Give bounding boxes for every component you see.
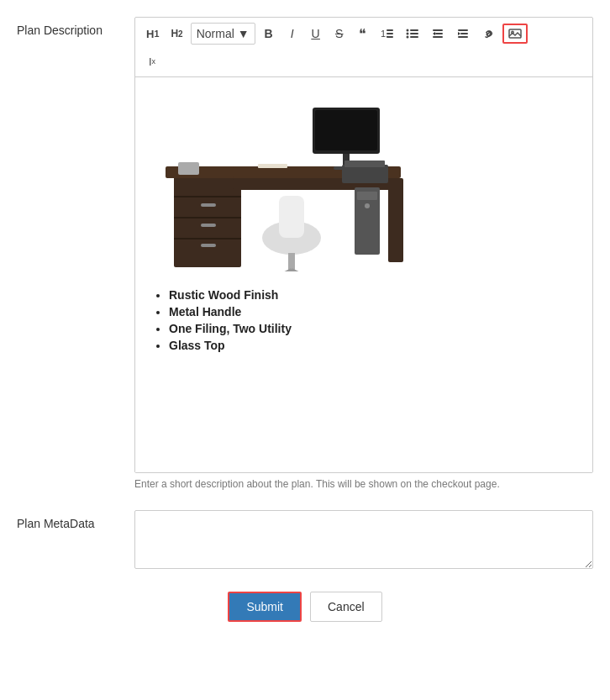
italic-button[interactable]: I — [282, 24, 302, 44]
svg-rect-20 — [174, 175, 241, 267]
svg-rect-38 — [342, 165, 388, 183]
svg-rect-2 — [387, 33, 393, 34]
h1-button[interactable]: H1 — [142, 24, 163, 44]
svg-line-43 — [266, 270, 292, 271]
svg-line-44 — [292, 270, 317, 271]
form-buttons: Submit Cancel — [17, 592, 593, 622]
svg-rect-21 — [174, 196, 241, 197]
desk-image-area — [149, 91, 579, 271]
svg-marker-17 — [458, 32, 460, 35]
svg-rect-26 — [201, 244, 216, 247]
svg-rect-22 — [174, 217, 241, 218]
ordered-list-button[interactable]: 1. — [376, 24, 398, 44]
svg-rect-51 — [178, 162, 199, 175]
svg-rect-39 — [344, 161, 385, 167]
svg-point-6 — [406, 36, 408, 39]
svg-rect-52 — [258, 164, 287, 168]
editor-body[interactable]: Rustic Wood Finish Metal Handle One Fili… — [135, 77, 592, 472]
svg-rect-41 — [279, 196, 304, 238]
list-item-2: Metal Handle — [169, 305, 579, 318]
svg-rect-35 — [315, 110, 377, 150]
svg-rect-29 — [388, 178, 403, 262]
svg-rect-42 — [288, 253, 295, 270]
rich-text-editor: H1 H2 Normal ▼ B I U S ❝ 1. — [134, 17, 593, 473]
svg-rect-9 — [410, 36, 418, 38]
svg-rect-24 — [201, 203, 216, 207]
svg-rect-3 — [387, 36, 393, 38]
list-item-1: Rustic Wood Finish — [169, 288, 579, 302]
metal-handle-text: Metal Handle — [169, 305, 241, 318]
svg-rect-10 — [433, 29, 443, 31]
svg-rect-12 — [433, 36, 443, 38]
svg-point-4 — [406, 29, 408, 32]
link-button[interactable] — [477, 24, 499, 44]
svg-rect-8 — [410, 33, 418, 34]
indent-decrease-button[interactable] — [427, 24, 449, 44]
indent-increase-button[interactable] — [452, 24, 474, 44]
cancel-button[interactable]: Cancel — [310, 592, 382, 622]
svg-point-5 — [406, 33, 408, 35]
plan-metadata-row: Plan MetaData — [17, 510, 593, 571]
svg-rect-25 — [201, 224, 216, 227]
metadata-textarea[interactable] — [134, 510, 593, 569]
plan-description-label: Plan Description — [17, 17, 134, 37]
helper-text: Enter a short description about the plan… — [134, 478, 593, 490]
svg-rect-16 — [458, 36, 468, 38]
svg-rect-7 — [410, 29, 418, 31]
editor-toolbar: H1 H2 Normal ▼ B I U S ❝ 1. — [135, 18, 592, 77]
plan-description-content: H1 H2 Normal ▼ B I U S ❝ 1. — [134, 17, 593, 490]
svg-marker-13 — [433, 32, 435, 35]
bold-button[interactable]: B — [259, 24, 279, 44]
svg-rect-11 — [435, 33, 443, 34]
format-label: Normal — [197, 27, 234, 40]
blockquote-button[interactable]: ❝ — [353, 24, 373, 44]
svg-rect-15 — [460, 33, 468, 34]
list-item-4: Glass Top — [169, 339, 579, 352]
plan-metadata-content — [134, 510, 593, 571]
plan-description-row: Plan Description H1 H2 Normal ▼ B I U S … — [17, 17, 593, 490]
h2-button[interactable]: H2 — [166, 24, 187, 44]
unordered-list-button[interactable] — [402, 24, 423, 44]
image-button[interactable] — [502, 24, 528, 44]
svg-rect-23 — [174, 238, 241, 239]
format-select-group[interactable]: Normal ▼ — [191, 23, 255, 45]
strikethrough-button[interactable]: S — [329, 24, 350, 44]
clear-format-button[interactable]: Ix — [142, 51, 162, 71]
svg-rect-32 — [357, 192, 377, 200]
desk-illustration — [149, 91, 409, 271]
underline-button[interactable]: U — [306, 24, 326, 44]
features-list: Rustic Wood Finish Metal Handle One Fili… — [149, 288, 579, 352]
submit-button[interactable]: Submit — [228, 592, 302, 622]
list-item-3: One Filing, Two Utility — [169, 322, 579, 335]
svg-point-33 — [365, 203, 370, 208]
svg-rect-14 — [458, 29, 468, 31]
svg-rect-1 — [387, 29, 393, 31]
dropdown-arrow-icon: ▼ — [238, 27, 250, 40]
plan-metadata-label: Plan MetaData — [17, 510, 134, 530]
